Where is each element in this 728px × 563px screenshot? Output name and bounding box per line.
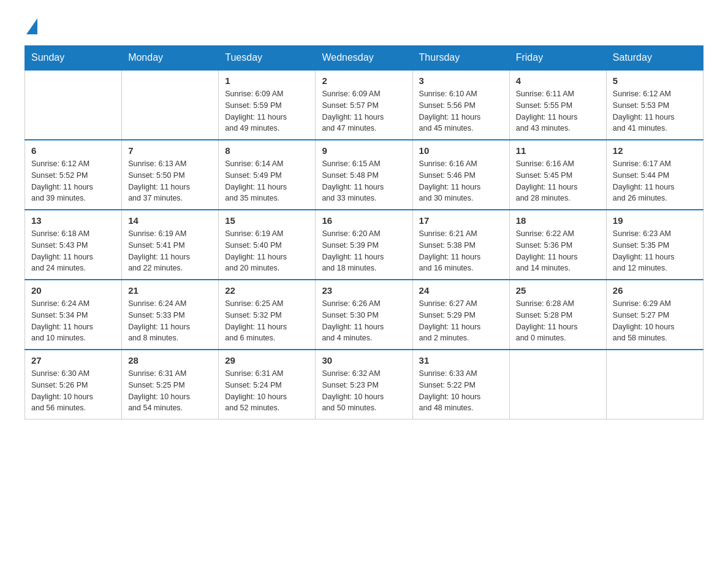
calendar-cell: 23Sunrise: 6:26 AMSunset: 5:30 PMDayligh… [316, 280, 412, 350]
day-info: Sunrise: 6:18 AMSunset: 5:43 PMDaylight:… [31, 228, 115, 274]
day-number: 16 [322, 215, 406, 226]
day-info: Sunrise: 6:16 AMSunset: 5:45 PMDaylight:… [516, 158, 600, 204]
calendar-cell: 20Sunrise: 6:24 AMSunset: 5:34 PMDayligh… [25, 280, 122, 350]
day-info: Sunrise: 6:19 AMSunset: 5:40 PMDaylight:… [225, 228, 309, 274]
day-info: Sunrise: 6:10 AMSunset: 5:56 PMDaylight:… [419, 88, 503, 134]
day-number: 24 [419, 285, 503, 296]
calendar-cell: 12Sunrise: 6:17 AMSunset: 5:44 PMDayligh… [606, 140, 703, 210]
column-header-monday: Monday [122, 46, 219, 71]
calendar-cell: 15Sunrise: 6:19 AMSunset: 5:40 PMDayligh… [219, 210, 316, 280]
day-number: 12 [613, 145, 697, 156]
day-info: Sunrise: 6:32 AMSunset: 5:23 PMDaylight:… [322, 368, 406, 414]
day-number: 2 [322, 75, 406, 86]
day-number: 29 [225, 355, 309, 366]
calendar-cell [509, 350, 606, 419]
calendar-week-row: 1Sunrise: 6:09 AMSunset: 5:59 PMDaylight… [25, 70, 703, 140]
day-number: 9 [322, 145, 406, 156]
logo [25, 18, 37, 33]
day-number: 18 [516, 215, 600, 226]
day-number: 20 [31, 285, 115, 296]
day-info: Sunrise: 6:31 AMSunset: 5:25 PMDaylight:… [128, 368, 212, 414]
calendar-table: SundayMondayTuesdayWednesdayThursdayFrid… [25, 45, 703, 419]
calendar-cell: 22Sunrise: 6:25 AMSunset: 5:32 PMDayligh… [219, 280, 316, 350]
day-info: Sunrise: 6:25 AMSunset: 5:32 PMDaylight:… [225, 298, 309, 344]
calendar-cell: 28Sunrise: 6:31 AMSunset: 5:25 PMDayligh… [122, 350, 219, 419]
logo-triangle-icon [26, 18, 37, 34]
column-header-sunday: Sunday [25, 46, 122, 71]
day-info: Sunrise: 6:28 AMSunset: 5:28 PMDaylight:… [516, 298, 600, 344]
calendar-week-row: 27Sunrise: 6:30 AMSunset: 5:26 PMDayligh… [25, 350, 703, 419]
column-header-thursday: Thursday [412, 46, 509, 71]
column-header-tuesday: Tuesday [219, 46, 316, 71]
calendar-cell: 29Sunrise: 6:31 AMSunset: 5:24 PMDayligh… [219, 350, 316, 419]
calendar-week-row: 13Sunrise: 6:18 AMSunset: 5:43 PMDayligh… [25, 210, 703, 280]
calendar-cell: 4Sunrise: 6:11 AMSunset: 5:55 PMDaylight… [509, 70, 606, 140]
column-header-friday: Friday [509, 46, 606, 71]
calendar-cell: 8Sunrise: 6:14 AMSunset: 5:49 PMDaylight… [219, 140, 316, 210]
logo-row1 [25, 18, 37, 34]
day-info: Sunrise: 6:22 AMSunset: 5:36 PMDaylight:… [516, 228, 600, 274]
calendar-cell: 13Sunrise: 6:18 AMSunset: 5:43 PMDayligh… [25, 210, 122, 280]
day-number: 5 [613, 75, 697, 86]
calendar-cell: 24Sunrise: 6:27 AMSunset: 5:29 PMDayligh… [412, 280, 509, 350]
day-number: 27 [31, 355, 115, 366]
calendar-cell: 18Sunrise: 6:22 AMSunset: 5:36 PMDayligh… [509, 210, 606, 280]
day-number: 25 [516, 285, 600, 296]
calendar-cell [25, 70, 122, 140]
day-number: 30 [322, 355, 406, 366]
day-info: Sunrise: 6:20 AMSunset: 5:39 PMDaylight:… [322, 228, 406, 274]
day-number: 10 [419, 145, 503, 156]
calendar-cell: 10Sunrise: 6:16 AMSunset: 5:46 PMDayligh… [412, 140, 509, 210]
day-info: Sunrise: 6:13 AMSunset: 5:50 PMDaylight:… [128, 158, 212, 204]
calendar-week-row: 20Sunrise: 6:24 AMSunset: 5:34 PMDayligh… [25, 280, 703, 350]
calendar-cell: 17Sunrise: 6:21 AMSunset: 5:38 PMDayligh… [412, 210, 509, 280]
day-info: Sunrise: 6:11 AMSunset: 5:55 PMDaylight:… [516, 88, 600, 134]
day-info: Sunrise: 6:24 AMSunset: 5:33 PMDaylight:… [128, 298, 212, 344]
day-number: 17 [419, 215, 503, 226]
day-number: 28 [128, 355, 212, 366]
day-info: Sunrise: 6:30 AMSunset: 5:26 PMDaylight:… [31, 368, 115, 414]
day-info: Sunrise: 6:27 AMSunset: 5:29 PMDaylight:… [419, 298, 503, 344]
page-header [25, 18, 703, 33]
calendar-cell: 5Sunrise: 6:12 AMSunset: 5:53 PMDaylight… [606, 70, 703, 140]
day-number: 23 [322, 285, 406, 296]
day-info: Sunrise: 6:29 AMSunset: 5:27 PMDaylight:… [613, 298, 697, 344]
column-header-wednesday: Wednesday [316, 46, 412, 71]
day-info: Sunrise: 6:17 AMSunset: 5:44 PMDaylight:… [613, 158, 697, 204]
calendar-cell: 7Sunrise: 6:13 AMSunset: 5:50 PMDaylight… [122, 140, 219, 210]
day-number: 15 [225, 215, 309, 226]
calendar-cell: 19Sunrise: 6:23 AMSunset: 5:35 PMDayligh… [606, 210, 703, 280]
day-info: Sunrise: 6:26 AMSunset: 5:30 PMDaylight:… [322, 298, 406, 344]
calendar-cell: 11Sunrise: 6:16 AMSunset: 5:45 PMDayligh… [509, 140, 606, 210]
column-header-saturday: Saturday [606, 46, 703, 71]
day-info: Sunrise: 6:21 AMSunset: 5:38 PMDaylight:… [419, 228, 503, 274]
day-number: 8 [225, 145, 309, 156]
calendar-cell: 16Sunrise: 6:20 AMSunset: 5:39 PMDayligh… [316, 210, 412, 280]
calendar-cell: 30Sunrise: 6:32 AMSunset: 5:23 PMDayligh… [316, 350, 412, 419]
calendar-cell: 26Sunrise: 6:29 AMSunset: 5:27 PMDayligh… [606, 280, 703, 350]
day-info: Sunrise: 6:24 AMSunset: 5:34 PMDaylight:… [31, 298, 115, 344]
day-number: 31 [419, 355, 503, 366]
day-info: Sunrise: 6:15 AMSunset: 5:48 PMDaylight:… [322, 158, 406, 204]
day-info: Sunrise: 6:14 AMSunset: 5:49 PMDaylight:… [225, 158, 309, 204]
calendar-cell [606, 350, 703, 419]
calendar-cell: 3Sunrise: 6:10 AMSunset: 5:56 PMDaylight… [412, 70, 509, 140]
calendar-cell: 21Sunrise: 6:24 AMSunset: 5:33 PMDayligh… [122, 280, 219, 350]
day-number: 13 [31, 215, 115, 226]
day-number: 26 [613, 285, 697, 296]
calendar-cell: 1Sunrise: 6:09 AMSunset: 5:59 PMDaylight… [219, 70, 316, 140]
calendar-cell: 25Sunrise: 6:28 AMSunset: 5:28 PMDayligh… [509, 280, 606, 350]
day-info: Sunrise: 6:12 AMSunset: 5:53 PMDaylight:… [613, 88, 697, 134]
day-info: Sunrise: 6:09 AMSunset: 5:59 PMDaylight:… [225, 88, 309, 134]
calendar-cell [122, 70, 219, 140]
calendar-header-row: SundayMondayTuesdayWednesdayThursdayFrid… [25, 46, 703, 71]
day-number: 22 [225, 285, 309, 296]
day-info: Sunrise: 6:12 AMSunset: 5:52 PMDaylight:… [31, 158, 115, 204]
day-info: Sunrise: 6:33 AMSunset: 5:22 PMDaylight:… [419, 368, 503, 414]
calendar-cell: 31Sunrise: 6:33 AMSunset: 5:22 PMDayligh… [412, 350, 509, 419]
calendar-week-row: 6Sunrise: 6:12 AMSunset: 5:52 PMDaylight… [25, 140, 703, 210]
day-number: 14 [128, 215, 212, 226]
day-info: Sunrise: 6:16 AMSunset: 5:46 PMDaylight:… [419, 158, 503, 204]
day-info: Sunrise: 6:09 AMSunset: 5:57 PMDaylight:… [322, 88, 406, 134]
calendar-cell: 9Sunrise: 6:15 AMSunset: 5:48 PMDaylight… [316, 140, 412, 210]
